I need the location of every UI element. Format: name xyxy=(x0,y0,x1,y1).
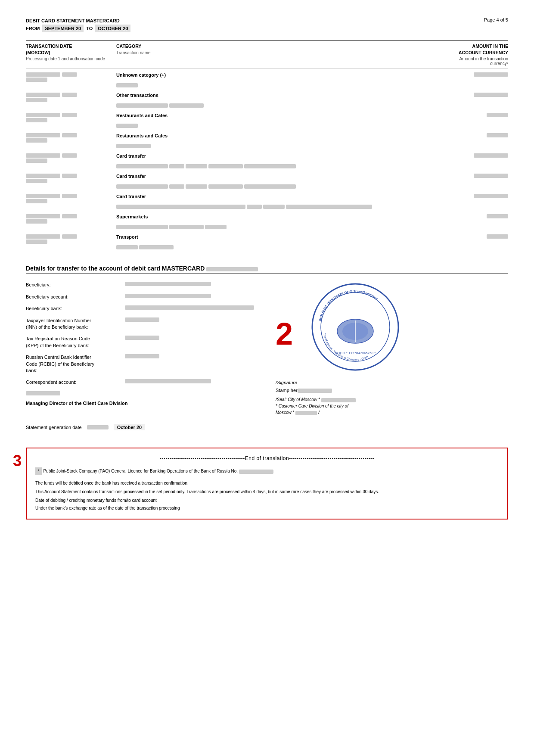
amount xyxy=(413,133,508,138)
tax-reg-row: Tax Registration Reason Code(KPP) of the… xyxy=(26,336,258,349)
date-col xyxy=(26,72,116,82)
rcbic-value xyxy=(125,354,159,359)
tax-reg-value xyxy=(125,336,159,341)
managing-director: Managing Director of the Client Care Div… xyxy=(26,401,258,406)
category-name: Restaurants and Cafes xyxy=(116,133,413,138)
to-date: OCTOBER 20 xyxy=(95,25,130,33)
date-col xyxy=(26,174,116,183)
amount xyxy=(413,153,508,159)
page-number: Page 4 of 5 xyxy=(484,17,508,22)
section-number-2: 2 xyxy=(276,316,293,352)
details-grid: Beneficiary: Beneficiary account: Benefi… xyxy=(26,282,508,416)
page-header: DEBIT CARD STATEMENT MASTERCARD FROM SEP… xyxy=(26,17,508,32)
beneficiary-bank-row: Beneficiary bank: xyxy=(26,305,258,312)
footnote-4: Date of debiting / crediting monetary fu… xyxy=(35,497,499,504)
correspondent-value xyxy=(125,379,211,384)
details-title: Details for transfer to the account of d… xyxy=(26,265,508,274)
correspondent-label: Correspondent account: xyxy=(26,379,121,386)
details-section: Details for transfer to the account of d… xyxy=(26,265,508,430)
col3-header: AMOUNT IN THEACCOUNT CURRENCY Amount in … xyxy=(413,43,508,66)
seal-text: /Seal: City of Moscow * * Customer Care … xyxy=(276,396,508,416)
footnote-2: The funds will be debited once the bank … xyxy=(35,480,499,487)
amount xyxy=(413,93,508,98)
date-col xyxy=(26,133,116,143)
table-row: Transport xyxy=(26,233,508,252)
beneficiary-account-value xyxy=(125,294,211,299)
rcbic-row: Russian Central Bank IdentifierCode (RCB… xyxy=(26,354,258,374)
to-label: TO xyxy=(86,25,93,32)
official-stamp: ИНН (INN) 7839078539 ООО TransЭкспресс T… xyxy=(310,282,400,372)
footnote-5: Under the bank's exchange rate as of the… xyxy=(35,505,499,512)
category-name: Card transfer xyxy=(116,194,413,199)
eot-wrapper: 3 --------------------------------------… xyxy=(26,448,508,520)
from-label: FROM xyxy=(26,25,40,32)
statement-date-label: Statement generation date xyxy=(26,425,82,430)
taxpayer-row: Taxpayer Identification Number(INN) of t… xyxy=(26,317,258,331)
table-row: Card transfer xyxy=(26,172,508,191)
date-col xyxy=(26,153,116,163)
amount xyxy=(413,214,508,219)
statement-date-row: Statement generation date October 20 xyxy=(26,424,508,430)
svg-text:* ООО * 1177847045750 *: * ООО * 1177847045750 * xyxy=(335,351,376,355)
signature-area: /Signature Stamp her xyxy=(276,380,508,393)
table-row: Card transfer xyxy=(26,152,508,171)
transactions-list: Unknown category (+) Other transactions xyxy=(26,71,508,252)
beneficiary-bank-value xyxy=(125,305,254,311)
eot-line: ----------------------------------------… xyxy=(35,455,499,461)
footnote-3: This Account Statement contains transact… xyxy=(35,488,499,495)
beneficiary-account-row: Beneficiary account: xyxy=(26,294,258,300)
signature-line: /Signature xyxy=(276,380,508,385)
amount xyxy=(413,234,508,240)
stamp-line: Stamp her xyxy=(276,388,508,393)
date-col xyxy=(26,93,116,102)
table-header: TRANSACTION DATE(MOSCOW) Processing date… xyxy=(26,40,508,69)
amount xyxy=(413,194,508,199)
document-title: DEBIT CARD STATEMENT MASTERCARD FROM SEP… xyxy=(26,17,130,32)
beneficiary-value xyxy=(125,282,211,287)
table-row: Restaurants and Cafes xyxy=(26,131,508,151)
category-name: Other transactions xyxy=(116,93,413,98)
footnote-1: ¹ Public Joint-Stock Company (PAO) Gener… xyxy=(35,467,499,477)
date-col xyxy=(26,113,116,122)
beneficiary-row: Beneficiary: xyxy=(26,282,258,288)
correspondent-row: Correspondent account: xyxy=(26,379,258,386)
amount xyxy=(413,72,508,78)
beneficiary-account-label: Beneficiary account: xyxy=(26,294,121,300)
end-of-translation-box: ----------------------------------------… xyxy=(26,448,508,520)
table-row: Unknown category (+) xyxy=(26,71,508,90)
category-name: Card transfer xyxy=(116,174,413,179)
title-line1: DEBIT CARD STATEMENT MASTERCARD xyxy=(26,17,130,25)
tax-reg-label: Tax Registration Reason Code(KPP) of the… xyxy=(26,336,121,349)
taxpayer-value xyxy=(125,317,159,323)
taxpayer-label: Taxpayer Identification Number(INN) of t… xyxy=(26,317,121,331)
beneficiary-bank-label: Beneficiary bank: xyxy=(26,305,121,312)
date-col xyxy=(26,234,116,244)
category-name: Restaurants and Cafes xyxy=(116,113,413,118)
category-name: Unknown category (+) xyxy=(116,72,413,78)
date-col xyxy=(26,194,116,203)
details-right: 2 ИНН (INN) 7839078539 ООО TransЭкспресс xyxy=(267,282,508,416)
table-row: Restaurants and Cafes xyxy=(26,111,508,131)
table-row: Supermarkets xyxy=(26,212,508,232)
amount xyxy=(413,113,508,118)
beneficiary-label: Beneficiary: xyxy=(26,282,121,288)
category-name: Transport xyxy=(116,234,413,240)
rcbic-label: Russian Central Bank IdentifierCode (RCB… xyxy=(26,354,121,374)
col2-header: CATEGORY Transaction name xyxy=(116,43,413,66)
category-name: Supermarkets xyxy=(116,214,413,219)
table-row: Other transactions xyxy=(26,91,508,110)
from-date: SEPTEMBER 20 xyxy=(42,25,84,33)
section-number-3: 3 xyxy=(13,452,22,470)
table-row: Card transfer xyxy=(26,192,508,212)
details-left: Beneficiary: Beneficiary account: Benefi… xyxy=(26,282,267,416)
date-col xyxy=(26,214,116,224)
employee-id xyxy=(26,391,258,396)
amount xyxy=(413,174,508,179)
stamp-area: ИНН (INN) 7839078539 ООО TransЭкспресс T… xyxy=(310,282,508,373)
category-name: Card transfer xyxy=(116,153,413,159)
statement-date-value: October 20 xyxy=(114,424,145,430)
col1-header: TRANSACTION DATE(MOSCOW) Processing date… xyxy=(26,43,116,66)
